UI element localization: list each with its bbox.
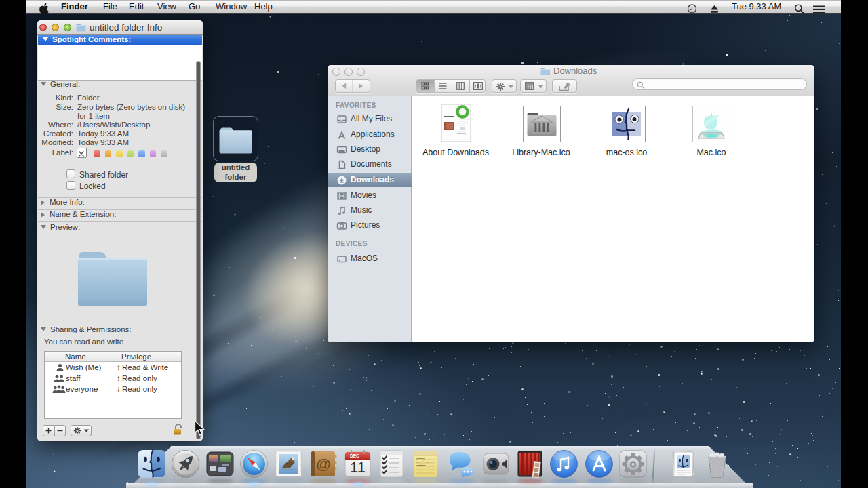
- svg-text:11: 11: [350, 459, 366, 476]
- svg-text:@: @: [316, 455, 330, 472]
